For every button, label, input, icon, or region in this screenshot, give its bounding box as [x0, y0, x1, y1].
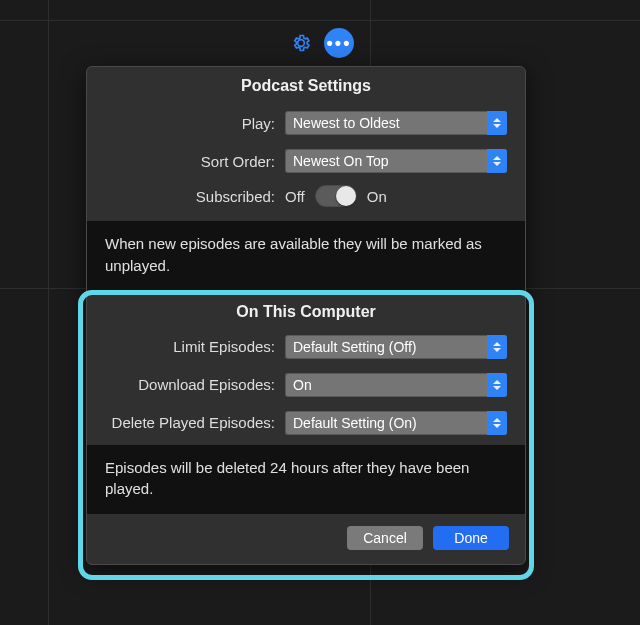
- subscribed-toggle[interactable]: [315, 185, 357, 207]
- subscribed-off-label: Off: [285, 188, 305, 205]
- play-order-value: Newest to Oldest: [293, 115, 400, 131]
- cancel-button[interactable]: Cancel: [347, 526, 423, 550]
- ellipsis-icon: •••: [327, 34, 352, 52]
- sort-label: Sort Order:: [105, 153, 285, 170]
- subscribed-on-label: On: [367, 188, 387, 205]
- panel-title: Podcast Settings: [87, 67, 525, 107]
- dialog-button-row: Cancel Done: [87, 514, 525, 564]
- chevron-updown-icon: [487, 335, 507, 359]
- delete-label: Delete Played Episodes:: [105, 414, 285, 431]
- podcast-settings-popover: Podcast Settings Play: Newest to Oldest …: [86, 66, 526, 565]
- limit-label: Limit Episodes:: [105, 338, 285, 355]
- limit-episodes-select[interactable]: Default Setting (Off): [285, 335, 507, 359]
- subscribed-row: Subscribed: Off On: [87, 183, 525, 221]
- download-episodes-value: On: [293, 377, 312, 393]
- chevron-updown-icon: [487, 111, 507, 135]
- sort-order-value: Newest On Top: [293, 153, 388, 169]
- limit-episodes-value: Default Setting (Off): [293, 339, 416, 355]
- done-button[interactable]: Done: [433, 526, 509, 550]
- delete-note: Episodes will be deleted 24 hours after …: [87, 445, 525, 515]
- settings-gear-button[interactable]: [286, 28, 316, 58]
- download-episodes-select[interactable]: On: [285, 373, 507, 397]
- sort-order-row: Sort Order: Newest On Top: [87, 145, 525, 183]
- subscribed-label: Subscribed:: [105, 188, 285, 205]
- header-icon-bar: •••: [0, 28, 640, 58]
- sort-order-select[interactable]: Newest On Top: [285, 149, 507, 173]
- chevron-updown-icon: [487, 373, 507, 397]
- play-order-row: Play: Newest to Oldest: [87, 107, 525, 145]
- chevron-updown-icon: [487, 149, 507, 173]
- delete-played-select[interactable]: Default Setting (On): [285, 411, 507, 435]
- toggle-knob: [336, 186, 356, 206]
- limit-episodes-row: Limit Episodes: Default Setting (Off): [87, 331, 525, 369]
- gear-icon: [291, 33, 311, 53]
- delete-played-value: Default Setting (On): [293, 415, 417, 431]
- download-label: Download Episodes:: [105, 376, 285, 393]
- play-label: Play:: [105, 115, 285, 132]
- download-episodes-row: Download Episodes: On: [87, 369, 525, 407]
- play-order-select[interactable]: Newest to Oldest: [285, 111, 507, 135]
- chevron-updown-icon: [487, 411, 507, 435]
- more-options-button[interactable]: •••: [324, 28, 354, 58]
- section-on-this-computer-title: On This Computer: [87, 291, 525, 331]
- delete-played-row: Delete Played Episodes: Default Setting …: [87, 407, 525, 445]
- unplayed-note: When new episodes are available they wil…: [87, 221, 525, 291]
